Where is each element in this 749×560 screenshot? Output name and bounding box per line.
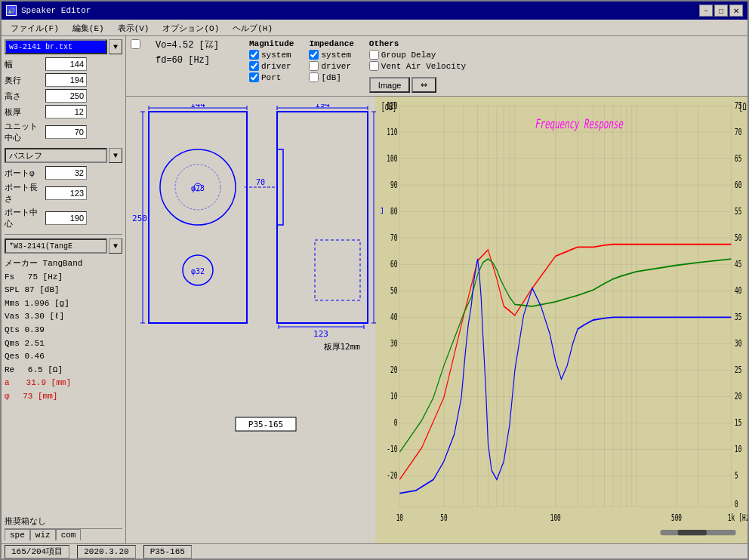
- imp-driver-label: driver: [321, 62, 351, 71]
- driver-dropdown-row: *W3-2141(TangE ▼: [5, 238, 122, 254]
- svg-text:60: 60: [735, 180, 741, 189]
- svg-text:35: 35: [735, 312, 741, 322]
- svg-text:Frequency Response: Frequency Response: [535, 117, 624, 131]
- unit-center-input[interactable]: [45, 125, 87, 139]
- divider-1: [5, 234, 122, 235]
- svg-text:1k: 1k: [728, 512, 735, 522]
- port-diam-input[interactable]: [45, 166, 87, 180]
- height-label: 高さ: [5, 91, 44, 102]
- port-center-input[interactable]: [45, 211, 87, 225]
- svg-text:20: 20: [735, 391, 741, 401]
- driver-dropdown-arrow[interactable]: ▼: [109, 238, 122, 254]
- driver-dropdown[interactable]: *W3-2141(TangE: [5, 238, 107, 254]
- file-dropdown-arrow[interactable]: ▼: [109, 39, 122, 54]
- driver-re: Re 6.5 [Ω]: [5, 364, 122, 377]
- driver-qts: Qts 0.39: [5, 324, 122, 337]
- svg-text:-20: -20: [387, 470, 397, 480]
- svg-text:40: 40: [390, 312, 397, 322]
- diagram-area: 144 194 250: [126, 97, 383, 543]
- image-button[interactable]: Image: [369, 77, 411, 93]
- group-delay-row: Group Delay: [369, 50, 466, 60]
- unit-center-label: ユニット中心: [5, 121, 44, 143]
- depth-input[interactable]: [45, 73, 87, 87]
- mag-port-row: Port: [249, 72, 294, 82]
- menu-edit[interactable]: 編集(E): [66, 21, 110, 34]
- close-button[interactable]: ✕: [729, 5, 743, 17]
- width-input[interactable]: [45, 57, 87, 71]
- file-dropdown[interactable]: w3-2141 br.txt: [5, 39, 107, 54]
- recommend-text: 推奨箱なし: [5, 515, 122, 527]
- tab-spe[interactable]: spe: [5, 529, 30, 541]
- menu-option[interactable]: オプション(O): [156, 21, 225, 34]
- top-controls: Vo=4.52 [㍑] fd=60 [Hz] Magnitude system …: [126, 36, 747, 97]
- tab-wiz[interactable]: wiz: [30, 529, 56, 540]
- menu-help[interactable]: ヘルプ(H): [227, 21, 279, 34]
- menu-file[interactable]: ファイル(F): [5, 21, 65, 34]
- mag-port-checkbox[interactable]: [249, 72, 259, 82]
- top-checkbox[interactable]: [131, 39, 140, 49]
- top-checkbox-area: [131, 39, 140, 49]
- svg-text:[Ω]: [Ω]: [738, 101, 747, 113]
- left-panel: w3-2141 br.txt ▼ 幅 奥行 高さ 板厚 ユニット: [2, 36, 126, 543]
- height-row: 高さ: [5, 89, 122, 103]
- image-buttons: Image ⇔: [369, 77, 466, 93]
- imp-driver-checkbox[interactable]: [309, 61, 319, 71]
- minimize-button[interactable]: －: [699, 5, 713, 17]
- magnitude-title: Magnitude: [249, 39, 294, 48]
- svg-text:10: 10: [390, 391, 397, 401]
- maximize-button[interactable]: □: [714, 5, 728, 17]
- swap-button[interactable]: ⇔: [411, 77, 436, 93]
- svg-text:50: 50: [735, 232, 741, 242]
- menu-view[interactable]: 表示(V): [112, 21, 156, 34]
- driver-qms: Qms 2.51: [5, 337, 122, 351]
- mag-port-label: Port: [261, 73, 281, 82]
- vent-air-checkbox[interactable]: [369, 61, 379, 71]
- vo-text: Vo=4.52 [㍑]: [156, 39, 219, 51]
- svg-text:φ32: φ32: [191, 267, 205, 275]
- port-diam-row: ポートφ: [5, 166, 122, 180]
- svg-text:5: 5: [735, 470, 738, 480]
- driver-fs: Fs 75 [Hz]: [5, 271, 122, 285]
- svg-rect-115: [678, 530, 707, 535]
- imp-phase-checkbox[interactable]: [309, 72, 319, 82]
- group-delay-checkbox[interactable]: [369, 50, 379, 60]
- board-thickness-input[interactable]: [45, 105, 87, 118]
- chart-svg: Frequency Response 120 110: [375, 97, 747, 543]
- others-title: Others: [369, 39, 466, 48]
- svg-text:-10: -10: [387, 444, 397, 454]
- right-panel: Vo=4.52 [㍑] fd=60 [Hz] Magnitude system …: [126, 36, 747, 543]
- svg-text:50: 50: [390, 285, 397, 295]
- svg-text:100: 100: [550, 512, 561, 522]
- port-center-row: ポート中心: [5, 207, 122, 229]
- svg-text:190: 190: [380, 206, 383, 216]
- title-bar-left: 🔊 Speaker Editor: [6, 5, 91, 16]
- svg-text:30: 30: [390, 338, 397, 348]
- type-dropdown[interactable]: バスレフ: [5, 148, 107, 163]
- depth-label: 奥行: [5, 75, 44, 86]
- mag-system-label: system: [261, 51, 291, 60]
- svg-text:50: 50: [440, 512, 447, 522]
- vo-fd-area: Vo=4.52 [㍑] fd=60 [Hz]: [156, 39, 219, 66]
- bottom-left: 推奨箱なし spe wiz com: [5, 515, 122, 540]
- tab-com[interactable]: com: [56, 529, 82, 540]
- imp-phase-row: [dB]: [309, 72, 353, 82]
- port-length-input[interactable]: [45, 186, 87, 200]
- driver-phi: φ 73 [mm]: [5, 390, 122, 404]
- magnitude-group: Magnitude system driver Port: [249, 39, 294, 82]
- svg-text:123: 123: [313, 329, 328, 339]
- mag-system-checkbox[interactable]: [249, 50, 259, 60]
- driver-mms: Mms 1.996 [g]: [5, 297, 122, 311]
- type-dropdown-arrow[interactable]: ▼: [109, 148, 122, 163]
- svg-text:70: 70: [390, 232, 397, 242]
- chart-diagram-area: 144 194 250: [126, 97, 747, 543]
- mag-driver-checkbox[interactable]: [249, 61, 259, 71]
- height-input[interactable]: [45, 89, 87, 103]
- speaker-diagram-svg: 144 194 250: [126, 104, 383, 451]
- type-dropdown-row: バスレフ ▼: [5, 148, 122, 163]
- fd-text: fd=60 [Hz]: [156, 55, 219, 66]
- imp-system-checkbox[interactable]: [309, 50, 319, 60]
- svg-text:70: 70: [735, 127, 741, 137]
- title-bar-controls: － □ ✕: [699, 5, 743, 17]
- svg-text:110: 110: [387, 127, 397, 137]
- group-delay-label: Group Delay: [381, 51, 436, 60]
